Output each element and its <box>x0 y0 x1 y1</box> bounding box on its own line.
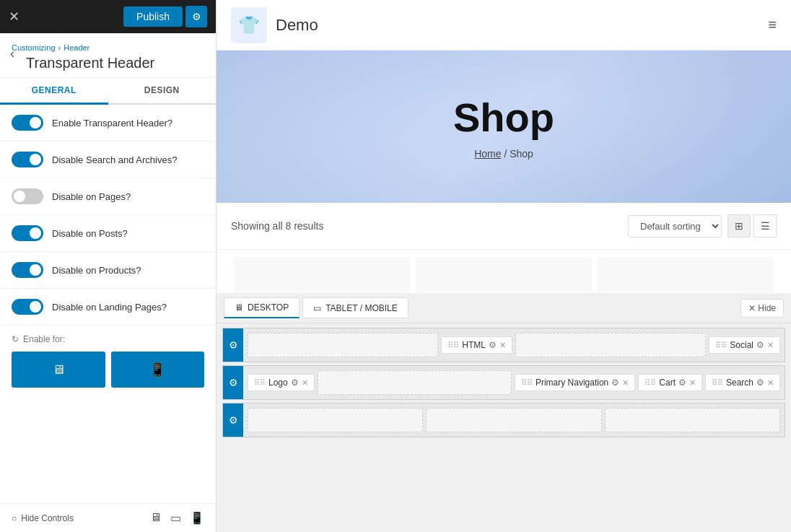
control-disable-pages: Disable on Pages? <box>0 178 216 215</box>
label-disable-products: Disable on Products? <box>52 265 141 276</box>
toggle-disable-products[interactable] <box>12 262 43 278</box>
product-item-3 <box>598 257 774 293</box>
builder-tabs: 🖥 DESKTOP ▭ TABLET / MOBILE ✕ Hide <box>217 293 791 323</box>
control-disable-products: Disable on Products? <box>0 252 216 289</box>
label-transparent-header: Enable Transparent Header? <box>52 118 172 128</box>
breadcrumb-section: ‹ Customizing › Header Transparent Heade… <box>0 33 216 78</box>
controls-list: Enable Transparent Header? Disable Searc… <box>0 105 216 503</box>
label-disable-posts: Disable on Posts? <box>52 228 128 239</box>
shop-toolbar: Showing all 8 results Default sorting ⊞ … <box>217 203 791 250</box>
enable-for-label: ↻ Enable for: <box>12 334 204 344</box>
widget-social-label: Social <box>730 340 753 350</box>
builder-rows: ⚙ ⠿⠿ HTML ⚙ ✕ ⠿⠿ Social ⚙ ✕ <box>217 323 791 442</box>
mobile-icon: 📱 <box>149 362 165 378</box>
close-button[interactable]: ✕ <box>9 9 19 25</box>
widget-cart-settings-icon[interactable]: ⚙ <box>678 378 686 388</box>
row-3-settings-button[interactable]: ⚙ <box>223 404 243 437</box>
bottom-mobile-icon[interactable]: 📱 <box>190 511 204 525</box>
hero-breadcrumb: Home / Shop <box>474 148 533 160</box>
label-search-archives: Disable Search and Archives? <box>52 154 177 165</box>
row-1-settings-button[interactable]: ⚙ <box>223 328 243 362</box>
row-3-cell-3 <box>605 408 780 432</box>
widget-html-close-button[interactable]: ✕ <box>499 341 506 350</box>
row-3-cell-2 <box>426 408 601 432</box>
bottom-desktop-icon[interactable]: 🖥 <box>150 511 162 525</box>
widget-logo-label: Logo <box>268 378 288 388</box>
right-panel: 👕 Demo ≡ Shop Home / Shop Showing all 8 … <box>217 0 791 532</box>
back-button[interactable]: ‹ <box>6 42 19 66</box>
breadcrumb-home-link[interactable]: Home <box>474 148 501 160</box>
product-item-2 <box>416 257 592 293</box>
breadcrumb-header[interactable]: Header <box>64 43 89 52</box>
products-row <box>217 250 791 293</box>
publish-button[interactable]: Publish <box>123 6 183 27</box>
enable-for-section: ↻ Enable for: 🖥 📱 <box>0 326 216 396</box>
row-1-cell-empty-2 <box>515 333 706 357</box>
widget-search-drag-icon: ⠿⠿ <box>712 378 723 388</box>
builder-row-3: ⚙ <box>222 403 785 437</box>
widget-social[interactable]: ⠿⠿ Social ⚙ ✕ <box>709 336 780 354</box>
widget-logo-settings-icon[interactable]: ⚙ <box>291 378 299 388</box>
widget-nav-label: Primary Navigation <box>536 378 608 388</box>
tablet-tab-icon: ▭ <box>313 303 321 313</box>
builder-tab-desktop[interactable]: 🖥 DESKTOP <box>224 297 300 318</box>
demo-logo-area: 👕 Demo <box>231 7 318 43</box>
top-bar: ✕ Publish ⚙ <box>0 0 216 33</box>
spinner-icon: ↻ <box>12 334 19 344</box>
control-search-archives: Disable Search and Archives? <box>0 141 216 178</box>
mobile-device-button[interactable]: 📱 <box>111 352 205 388</box>
tab-general[interactable]: GENERAL <box>0 78 108 105</box>
toggle-transparent-header[interactable] <box>12 115 43 131</box>
bottom-device-icons: 🖥 ▭ 📱 <box>150 511 204 525</box>
sort-select[interactable]: Default sorting <box>628 215 722 237</box>
device-buttons: 🖥 📱 <box>12 352 204 388</box>
widget-search-close-button[interactable]: ✕ <box>767 378 774 388</box>
grid-view-button[interactable]: ⊞ <box>727 214 751 237</box>
toggle-disable-posts[interactable] <box>12 225 43 241</box>
bottom-tablet-icon[interactable]: ▭ <box>170 511 181 525</box>
widget-primary-navigation[interactable]: ⠿⠿ Primary Navigation ⚙ ✕ <box>515 374 635 391</box>
hide-controls-label: Hide Controls <box>21 513 74 523</box>
widget-social-settings-icon[interactable]: ⚙ <box>756 340 764 350</box>
toggle-search-archives[interactable] <box>12 152 43 167</box>
desktop-device-button[interactable]: 🖥 <box>12 352 105 388</box>
label-disable-pages: Disable on Pages? <box>52 191 131 202</box>
widget-html-label: HTML <box>462 340 486 350</box>
widget-nav-settings-icon[interactable]: ⚙ <box>611 378 619 388</box>
widget-logo-close-button[interactable]: ✕ <box>302 378 308 388</box>
row-2-settings-button[interactable]: ⚙ <box>223 366 243 399</box>
sort-area: Default sorting ⊞ ☰ <box>628 214 777 237</box>
demo-site-header: 👕 Demo ≡ <box>217 0 791 51</box>
toggle-disable-pages[interactable] <box>12 188 43 204</box>
builder-hide-button[interactable]: ✕ Hide <box>740 299 784 318</box>
hamburger-button[interactable]: ≡ <box>768 17 777 33</box>
widget-logo-drag-icon: ⠿⠿ <box>254 378 266 388</box>
widget-html[interactable]: ⠿⠿ HTML ⚙ ✕ <box>441 336 512 354</box>
breadcrumb-separator: › <box>58 43 61 52</box>
widget-nav-close-button[interactable]: ✕ <box>622 378 629 388</box>
builder-tab-tablet-mobile[interactable]: ▭ TABLET / MOBILE <box>302 297 408 318</box>
widget-logo[interactable]: ⠿⠿ Logo ⚙ ✕ <box>248 374 315 391</box>
row-1-cells: ⠿⠿ HTML ⚙ ✕ ⠿⠿ Social ⚙ ✕ <box>243 328 785 362</box>
widget-search-settings-icon[interactable]: ⚙ <box>756 378 764 388</box>
row-3-cell-1 <box>248 408 423 432</box>
hide-controls-button[interactable]: ○ Hide Controls <box>12 513 74 523</box>
tab-design[interactable]: DESIGN <box>108 78 217 105</box>
hero-title: Shop <box>453 94 554 141</box>
widget-cart-drag-icon: ⠿⠿ <box>644 378 656 388</box>
widget-cart[interactable]: ⠿⠿ Cart ⚙ ✕ <box>638 374 702 391</box>
desktop-icon: 🖥 <box>52 362 65 378</box>
tabs-bar: GENERAL DESIGN <box>0 78 216 105</box>
widget-html-settings-icon[interactable]: ⚙ <box>489 340 497 350</box>
row-1-cell-empty-1 <box>248 333 438 357</box>
widget-social-close-button[interactable]: ✕ <box>767 341 774 350</box>
widget-nav-drag-icon: ⠿⠿ <box>521 378 533 388</box>
widget-cart-label: Cart <box>659 378 676 388</box>
list-view-button[interactable]: ☰ <box>753 214 777 237</box>
row-2-cell-empty <box>318 370 512 395</box>
gear-button[interactable]: ⚙ <box>185 6 207 27</box>
widget-cart-close-button[interactable]: ✕ <box>689 378 696 388</box>
widget-search[interactable]: ⠿⠿ Search ⚙ ✕ <box>705 374 780 391</box>
breadcrumb-sep: / <box>504 148 510 160</box>
toggle-disable-landing[interactable] <box>12 299 43 315</box>
